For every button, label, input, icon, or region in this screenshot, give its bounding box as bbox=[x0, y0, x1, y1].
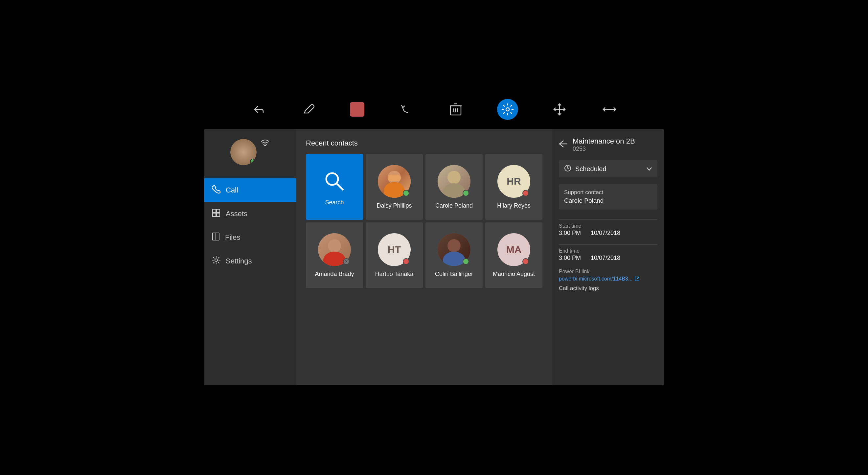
amanda-status: ✕ bbox=[343, 258, 349, 265]
sidebar-item-call[interactable]: Call bbox=[204, 178, 296, 202]
svg-point-10 bbox=[265, 145, 266, 146]
daisy-avatar bbox=[378, 165, 411, 198]
end-time-date: 10/07/2018 bbox=[591, 255, 620, 261]
contact-tile-mauricio[interactable]: MA Mauricio August bbox=[485, 222, 542, 288]
svg-rect-11 bbox=[213, 209, 216, 213]
start-time-value: 3:00 PM bbox=[559, 230, 581, 236]
contact-tile-hilary[interactable]: HR Hilary Reyes bbox=[485, 154, 542, 220]
call-icon bbox=[212, 185, 220, 196]
end-time-label: End time bbox=[559, 248, 657, 254]
amanda-avatar: ✕ bbox=[318, 233, 351, 266]
powerbi-link[interactable]: powerbi.microsoft.com/114B3... bbox=[559, 276, 657, 282]
delete-icon[interactable] bbox=[447, 101, 464, 118]
contact-tile-search[interactable]: Search bbox=[306, 154, 363, 220]
svg-rect-16 bbox=[216, 233, 219, 240]
files-icon bbox=[212, 232, 220, 243]
svg-line-31 bbox=[637, 277, 639, 279]
settings-icon[interactable] bbox=[497, 99, 518, 120]
move-icon[interactable] bbox=[551, 101, 568, 118]
panel-title: Maintenance on 2B bbox=[572, 137, 635, 146]
wifi-icon bbox=[260, 139, 270, 148]
powerbi-label: Power BI link bbox=[559, 269, 657, 275]
contact-tile-amanda[interactable]: ✕ Amanda Brady bbox=[306, 222, 363, 288]
sidebar-item-assets[interactable]: Assets bbox=[204, 202, 296, 226]
hartuo-avatar: HT bbox=[378, 233, 411, 266]
svg-rect-12 bbox=[217, 209, 220, 213]
start-time-values: 3:00 PM 10/07/2018 bbox=[559, 230, 657, 236]
sidebar-call-label: Call bbox=[226, 186, 238, 194]
colin-status bbox=[463, 258, 469, 265]
back-button[interactable] bbox=[559, 140, 568, 150]
stop-icon[interactable] bbox=[350, 102, 364, 117]
svg-point-21 bbox=[384, 182, 405, 198]
start-time-row: Start time 3:00 PM 10/07/2018 bbox=[559, 223, 657, 236]
end-time-value: 3:00 PM bbox=[559, 255, 581, 261]
app-container: Call Assets bbox=[0, 0, 868, 475]
return-icon[interactable] bbox=[250, 101, 267, 118]
contact-name-carole: Carole Poland bbox=[435, 202, 473, 209]
avatar-status-dot bbox=[250, 159, 255, 164]
section-title: Recent contacts bbox=[306, 139, 542, 148]
contact-tile-carole[interactable]: Carole Poland bbox=[426, 154, 483, 220]
carole-avatar bbox=[438, 165, 470, 198]
contact-tile-hartuo[interactable]: HT Hartuo Tanaka bbox=[366, 222, 423, 288]
right-panel: Maintenance on 2B 0253 Scheduled bbox=[552, 129, 664, 385]
hilary-status bbox=[522, 190, 529, 196]
contact-name-mauricio: Mauricio August bbox=[493, 271, 535, 278]
contact-tile-colin[interactable]: Colin Ballinger bbox=[426, 222, 483, 288]
contacts-grid: Search bbox=[306, 154, 542, 288]
mauricio-avatar: MA bbox=[497, 233, 530, 266]
support-contact-box: Support contact Carole Poland bbox=[559, 184, 657, 210]
svg-point-18 bbox=[326, 173, 338, 185]
contact-name-colin: Colin Ballinger bbox=[435, 271, 473, 278]
contact-name-daisy: Daisy Phillips bbox=[376, 202, 412, 209]
hartuo-status bbox=[403, 258, 409, 265]
sidebar-settings-label: Settings bbox=[226, 257, 252, 265]
contact-name-hartuo: Hartuo Tanaka bbox=[375, 271, 414, 278]
pin-icon[interactable] bbox=[601, 101, 618, 118]
sidebar-item-files[interactable]: Files bbox=[204, 226, 296, 249]
settings-gear-icon bbox=[212, 256, 220, 267]
main-area: Call Assets bbox=[204, 129, 664, 385]
svg-point-25 bbox=[328, 239, 341, 252]
svg-point-28 bbox=[443, 252, 465, 266]
panel-header: Maintenance on 2B 0253 bbox=[559, 137, 657, 152]
contact-name-hilary: Hilary Reyes bbox=[497, 202, 531, 209]
svg-rect-22 bbox=[388, 175, 401, 181]
status-dropdown[interactable]: Scheduled bbox=[559, 160, 657, 178]
svg-point-26 bbox=[323, 252, 346, 266]
carole-status bbox=[463, 190, 469, 196]
divider-1 bbox=[559, 219, 657, 220]
svg-point-24 bbox=[443, 183, 465, 198]
end-time-row: End time 3:00 PM 10/07/2018 bbox=[559, 248, 657, 261]
sidebar-files-label: Files bbox=[225, 233, 240, 242]
daisy-status bbox=[403, 190, 409, 196]
svg-rect-15 bbox=[213, 233, 216, 240]
undo-icon[interactable] bbox=[397, 101, 414, 118]
sidebar-item-settings[interactable]: Settings bbox=[204, 249, 296, 273]
hilary-avatar: HR bbox=[497, 165, 530, 198]
panel-subtitle: 0253 bbox=[572, 146, 635, 152]
svg-point-23 bbox=[447, 171, 461, 184]
sidebar: Call Assets bbox=[204, 129, 296, 385]
call-activity-label: Call activity logs bbox=[559, 285, 657, 292]
edit-icon[interactable] bbox=[300, 101, 317, 118]
sidebar-assets-label: Assets bbox=[226, 210, 247, 218]
svg-point-27 bbox=[447, 239, 461, 252]
mauricio-status bbox=[522, 258, 529, 265]
toolbar bbox=[204, 90, 664, 129]
end-time-values: 3:00 PM 10/07/2018 bbox=[559, 255, 657, 261]
svg-point-17 bbox=[215, 259, 217, 261]
assets-icon bbox=[212, 209, 220, 219]
powerbi-link-text: powerbi.microsoft.com/114B3... bbox=[559, 276, 632, 282]
svg-line-19 bbox=[337, 184, 343, 190]
contact-tile-daisy[interactable]: Daisy Phillips bbox=[366, 154, 423, 220]
avatar bbox=[230, 139, 256, 165]
contact-name-search: Search bbox=[325, 199, 344, 206]
support-contact-name: Carole Poland bbox=[564, 197, 652, 204]
search-icon bbox=[321, 168, 348, 194]
colin-avatar bbox=[438, 233, 470, 266]
sidebar-nav: Call Assets bbox=[204, 178, 296, 273]
contact-name-amanda: Amanda Brady bbox=[315, 271, 354, 278]
divider-2 bbox=[559, 244, 657, 245]
